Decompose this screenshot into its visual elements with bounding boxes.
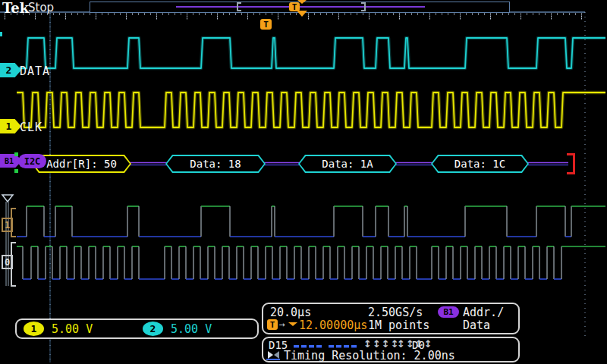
timing-res-icon-left <box>274 351 279 359</box>
trigger-slope-icon <box>288 322 297 326</box>
bus-activity-dot-bottom <box>14 169 18 173</box>
d1-channel-label: 1 <box>2 218 13 232</box>
digital-readout-box: D15 ↕↕↕↕↕↕↕↕ D0 Timing Resolution: 2.00n… <box>262 337 520 362</box>
d0-channel-label: 0 <box>2 255 13 269</box>
bus-packet-data-2-text: Data: 1A <box>322 158 373 170</box>
ch2-badge-readout: 2 <box>143 322 163 336</box>
timing-resolution-readout: Timing Resolution: 2.00ns <box>284 349 455 362</box>
bus-mode-line1: Addr./ <box>463 306 504 319</box>
trigger-t-badge-readout: T <box>267 319 278 330</box>
digital-d1-trace <box>17 206 605 237</box>
ch2-data-trace <box>17 38 605 68</box>
digital-low-dash-icon <box>351 345 357 348</box>
digital-low-dash-icon <box>344 345 349 348</box>
bus-packet-address: Addr[R]: 50 <box>32 155 131 173</box>
bus-packet-data-3: Data: 1C <box>431 155 529 173</box>
trigger-t-badge-graticule: T <box>260 19 272 30</box>
bus-end-bracket-icon <box>567 153 575 174</box>
bus-badge-readout: B1 <box>438 306 459 318</box>
tek-logo: Tek <box>2 0 29 16</box>
ch2-edge-tick <box>0 32 2 36</box>
bus-packet-data-2: Data: 1A <box>298 155 397 173</box>
vertical-scale-readout-box: 1 5.00 V 2 5.00 V <box>15 318 259 339</box>
horizontal-readout-box: 20.0µs 2.50GS/s B1 Addr./ T → 12.00000µs… <box>262 303 520 334</box>
digital-d0-trace <box>17 246 605 279</box>
timing-res-icon-right <box>268 351 273 359</box>
ch2-waveform-label: DATA <box>20 64 50 78</box>
zoom-window-left-bracket <box>237 2 241 11</box>
bus-packet-data-1: Data: 18 <box>165 155 266 173</box>
acquisition-bus-preview-line <box>176 6 425 8</box>
digital-low-dash-icon <box>329 345 334 348</box>
digital-low-dash-icon <box>294 345 299 348</box>
trigger-position-readout: 12.00000µs <box>299 318 367 332</box>
trigger-position-marker-icon <box>297 11 307 17</box>
digital-low-dash-icon <box>336 345 341 348</box>
timebase-readout: 20.0µs <box>270 306 311 319</box>
ch1-scale-readout: 5.00 V <box>52 322 93 336</box>
digital-activity-arrows-icon: ↕↕↕↕ <box>363 338 400 350</box>
oscilloscope-screen: Tek Stop T T 2 DATA 1 CLK B1 Addr[R]: 50… <box>0 0 607 364</box>
bus-packet-address-text: Addr[R]: 50 <box>46 158 117 170</box>
sample-rate-readout: 2.50GS/s <box>368 306 423 319</box>
bus-mode-line2: Data <box>463 318 490 332</box>
timing-res-icon-base <box>266 359 280 360</box>
ch1-clk-trace <box>17 93 605 127</box>
digital-low-dash-icon <box>301 345 307 348</box>
ch1-waveform-label: CLK <box>20 121 42 134</box>
trigger-arrow-icon: → <box>279 318 285 330</box>
record-length-readout: 1M points <box>368 318 429 332</box>
acquisition-status: Stop <box>28 1 54 14</box>
zoom-window-right-bracket <box>361 2 366 11</box>
ch1-badge-readout: 1 <box>24 322 44 336</box>
bus-activity-dot-top <box>14 152 18 156</box>
ch2-scale-readout: 5.00 V <box>171 322 212 336</box>
digital-low-dash-icon <box>309 345 314 348</box>
bus-packet-data-3-text: Data: 1C <box>454 158 505 170</box>
bus-packet-data-1-text: Data: 18 <box>190 158 241 170</box>
bus-type-pill: I2C <box>18 154 46 168</box>
digital-low-dash-icon <box>316 345 322 348</box>
